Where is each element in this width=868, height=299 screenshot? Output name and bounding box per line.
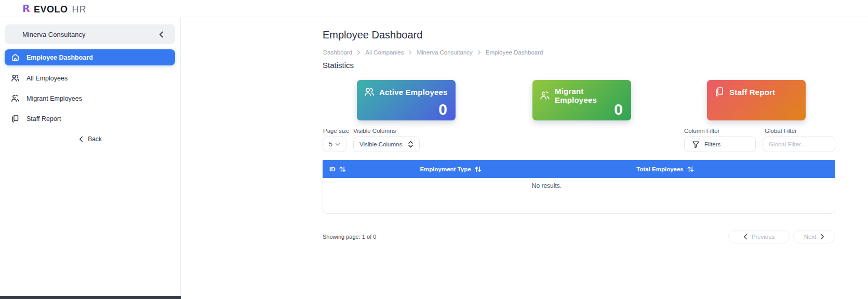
sidebar-item-label: Staff Report	[26, 115, 61, 123]
visible-columns-dropdown[interactable]: Visible Columns	[353, 137, 420, 152]
sidebar-item-label: Migrant Employees	[26, 95, 82, 102]
column-label: Total Employees	[636, 166, 684, 172]
sort-icon	[474, 166, 482, 172]
back-button[interactable]: Back	[0, 133, 181, 145]
company-name: Minerva Consultancy	[22, 31, 85, 38]
sort-icon	[687, 166, 695, 172]
breadcrumb-item-dashboard[interactable]: Dashboard	[323, 49, 352, 56]
brand-logo[interactable]: R EVOLO HR	[22, 2, 87, 15]
users-icon	[11, 74, 20, 83]
chevron-right-icon	[357, 50, 360, 55]
column-header-total-employees[interactable]: Total Employees	[613, 160, 717, 178]
chevron-right-icon	[408, 50, 412, 55]
empty-state-text: No results.	[532, 182, 562, 189]
sidebar-item-employee-dashboard[interactable]: Employee Dashboard	[5, 49, 175, 65]
page-title: Employee Dashboard	[323, 29, 422, 41]
sort-icon	[339, 166, 346, 172]
users-icon	[364, 87, 375, 97]
logo-suffix: HR	[72, 4, 87, 15]
page-size-value: 5	[329, 141, 332, 148]
chevron-right-icon	[820, 234, 824, 240]
breadcrumb-item-company[interactable]: Minerva Consultancy	[417, 49, 472, 56]
page-size-label: Page size	[323, 128, 350, 134]
chevron-right-icon	[477, 50, 481, 55]
sidebar-item-staff-report[interactable]: Staff Report	[5, 111, 175, 127]
column-header-employment-type[interactable]: Employment Type	[399, 160, 503, 178]
column-label: Employment Type	[420, 166, 471, 172]
table-header: ID Employment Type Total Employees	[323, 160, 835, 178]
next-label: Next	[804, 234, 817, 240]
stat-card-label: Active Employees	[379, 88, 448, 97]
column-header-id[interactable]: ID	[329, 160, 346, 178]
chevron-left-icon	[79, 136, 83, 142]
column-filter-label: Column Filter	[684, 128, 719, 134]
chevron-left-icon	[159, 31, 164, 38]
chevron-up-down-icon	[408, 141, 413, 148]
stat-card-label: Staff Report	[729, 88, 775, 97]
next-page-button[interactable]: Next	[793, 230, 835, 243]
sidebar-collapse-button[interactable]	[159, 31, 164, 38]
stat-card-staff-report[interactable]: Staff Report	[707, 80, 806, 120]
documents-icon	[11, 114, 20, 123]
table-body: No results.	[323, 178, 835, 214]
users-alt-icon	[11, 94, 20, 103]
page-summary: Showing page: 1 of 0	[323, 234, 376, 240]
statistics-heading: Statistics	[323, 61, 354, 70]
sidebar-bottom-bar	[0, 296, 181, 299]
back-label: Back	[88, 135, 102, 143]
documents-icon	[714, 87, 725, 97]
filters-button[interactable]: Filters	[684, 137, 756, 152]
global-filter-label: Global Filter	[765, 128, 797, 134]
previous-page-button[interactable]: Previous	[728, 230, 790, 243]
home-icon	[11, 53, 20, 62]
breadcrumb-item-all-companies[interactable]: All Companies	[365, 49, 404, 56]
svg-text:R: R	[22, 3, 30, 14]
sidebar-item-all-employees[interactable]: All Employees	[5, 70, 175, 86]
stat-card-value: 0	[438, 102, 447, 117]
visible-columns-label: Visible Columns	[353, 128, 396, 134]
app-window: R EVOLO HR Minerva Consultancy Employee …	[0, 0, 868, 299]
top-bar: R EVOLO HR	[0, 0, 868, 17]
breadcrumb-item-current: Employee Dashboard	[486, 49, 543, 56]
column-label: ID	[329, 166, 336, 172]
page-size-select[interactable]: 5	[323, 137, 346, 152]
filters-button-label: Filters	[704, 141, 720, 147]
funnel-icon	[692, 141, 700, 148]
stat-card-value: 0	[614, 102, 623, 117]
sidebar-item-migrant-employees[interactable]: Migrant Employees	[5, 90, 175, 106]
breadcrumb: Dashboard All Companies Minerva Consulta…	[323, 49, 543, 56]
global-filter-input[interactable]	[763, 137, 835, 152]
stat-card-label: Migrant Employees	[555, 87, 624, 104]
sidebar-item-label: All Employees	[26, 75, 68, 82]
stat-card-migrant-employees[interactable]: Migrant Employees 0	[532, 80, 631, 120]
logo-text: EVOLO	[34, 4, 68, 15]
sidebar-item-label: Employee Dashboard	[26, 54, 93, 61]
previous-label: Previous	[752, 234, 775, 240]
logo-r-icon: R	[22, 3, 32, 14]
chevron-down-icon	[335, 143, 340, 146]
visible-columns-value: Visible Columns	[359, 141, 402, 147]
company-selector[interactable]: Minerva Consultancy	[5, 24, 175, 44]
users-alt-icon	[540, 90, 550, 101]
chevron-left-icon	[743, 234, 747, 240]
stat-card-active-employees[interactable]: Active Employees 0	[357, 80, 456, 120]
sidebar: Minerva Consultancy Employee Dashboard	[0, 18, 181, 299]
